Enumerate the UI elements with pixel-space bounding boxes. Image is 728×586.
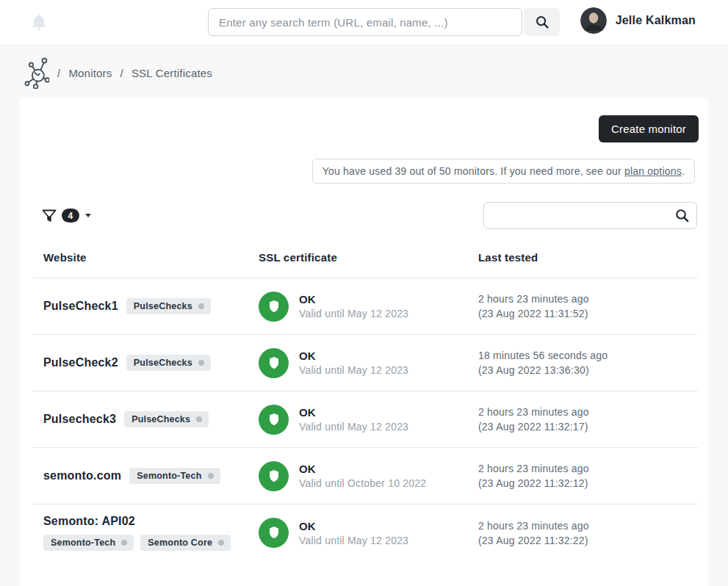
- global-search-button[interactable]: [524, 8, 560, 36]
- search-icon[interactable]: [674, 208, 690, 226]
- ssl-valid-until: Valid until May 12 2023: [299, 421, 408, 433]
- breadcrumb-separator: /: [57, 67, 60, 79]
- tag-label: Semonto Core: [148, 538, 212, 548]
- column-header-last-tested: Last tested: [478, 251, 698, 264]
- table-row[interactable]: semonto.com Semonto-Tech OK Valid until …: [32, 448, 698, 504]
- ssl-status: OK: [299, 350, 408, 362]
- tag-pill[interactable]: PulseChecks: [124, 411, 209, 427]
- search-icon: [535, 15, 549, 29]
- user-menu[interactable]: Jelle Kalkman: [580, 7, 696, 34]
- tag-status-dot: [121, 540, 127, 546]
- shield-icon: [259, 405, 289, 435]
- website-name[interactable]: PulseCheck2: [43, 356, 118, 369]
- create-monitor-button[interactable]: Create monitor: [599, 115, 699, 142]
- ssl-status: OK: [299, 463, 426, 475]
- monitors-card: Create monitor You have used 39 out of 5…: [20, 98, 707, 586]
- tag-label: Semonto-Tech: [51, 538, 115, 548]
- tag-status-dot: [196, 416, 202, 422]
- last-tested-cell: 2 hours 23 minutes ago (23 Aug 2022 11:3…: [478, 292, 698, 321]
- ssl-valid-until: Valid until October 10 2022: [299, 477, 426, 489]
- tag-pill[interactable]: Semonto-Tech: [129, 468, 220, 484]
- tag-status-dot: [198, 360, 204, 366]
- filter-button[interactable]: 4: [42, 209, 91, 223]
- usage-notice-row: You have used 39 out of 50 monitors. If …: [20, 142, 707, 184]
- ssl-status: OK: [299, 293, 408, 305]
- tag-status-dot: [198, 303, 204, 309]
- tag-pill[interactable]: Semonto-Tech: [43, 535, 134, 551]
- ssl-certificate-cell: OK Valid until May 12 2023: [259, 292, 478, 322]
- last-tested-relative: 2 hours 23 minutes ago: [478, 463, 589, 474]
- last-tested-timestamp: (23 Aug 2022 11:32:12): [478, 477, 588, 489]
- tag-list: Semonto-TechSemonto Core: [43, 535, 231, 551]
- last-tested-timestamp: (23 Aug 2022 13:36:30): [478, 364, 589, 376]
- tag-list: PulseChecks: [126, 355, 211, 371]
- last-tested-relative: 2 hours 23 minutes ago: [478, 520, 589, 532]
- notifications-bell-icon[interactable]: [31, 13, 47, 31]
- usage-notice-period: .: [682, 165, 685, 177]
- tag-status-dot: [218, 540, 224, 546]
- tag-label: PulseChecks: [134, 301, 192, 311]
- website-cell: Semonto: API02 Semonto-TechSemonto Core: [43, 515, 250, 551]
- table-search: [483, 202, 697, 229]
- plan-options-link[interactable]: plan options: [624, 165, 682, 177]
- column-header-ssl-certificate: SSL certificate: [259, 251, 478, 264]
- last-tested-cell: 18 minutes 56 seconds ago (23 Aug 2022 1…: [478, 348, 698, 377]
- table-row[interactable]: PulseCheck1 PulseChecks OK Valid until M…: [32, 278, 698, 335]
- tag-label: PulseChecks: [134, 358, 192, 368]
- table-search-input[interactable]: [483, 202, 697, 229]
- tag-pill[interactable]: PulseChecks: [126, 355, 211, 371]
- tag-list: PulseChecks: [124, 411, 209, 427]
- filter-count-badge: 4: [62, 209, 79, 223]
- ssl-status: OK: [299, 520, 408, 532]
- tag-pill[interactable]: PulseChecks: [126, 298, 211, 314]
- breadcrumb-separator: /: [120, 67, 123, 79]
- ssl-certificates-page: Jelle Kalkman: [0, 0, 728, 586]
- ssl-certificate-cell: OK Valid until May 12 2023: [259, 405, 478, 435]
- chevron-down-icon: [85, 214, 91, 217]
- usage-notice: You have used 39 out of 50 monitors. If …: [312, 159, 695, 184]
- ssl-valid-until: Valid until May 12 2023: [299, 308, 408, 319]
- last-tested-relative: 2 hours 23 minutes ago: [478, 406, 589, 418]
- table-body: PulseCheck1 PulseChecks OK Valid until M…: [32, 278, 698, 561]
- tag-list: PulseChecks: [126, 298, 211, 314]
- global-search: [208, 8, 560, 36]
- funnel-icon: [42, 209, 57, 223]
- website-name[interactable]: semonto.com: [43, 469, 121, 482]
- website-name[interactable]: Pulsecheck3: [43, 413, 116, 426]
- card-actions: Create monitor: [20, 98, 707, 142]
- user-name: Jelle Kalkman: [616, 14, 696, 27]
- breadcrumb-link-monitors[interactable]: Monitors: [68, 67, 112, 79]
- website-name[interactable]: PulseCheck1: [43, 300, 118, 313]
- top-bar: Jelle Kalkman: [0, 0, 728, 44]
- table-row[interactable]: PulseCheck2 PulseChecks OK Valid until M…: [32, 335, 698, 391]
- breadcrumb-link-ssl-certificates[interactable]: SSL Certificates: [131, 67, 212, 79]
- last-tested-cell: 2 hours 23 minutes ago (23 Aug 2022 11:3…: [478, 405, 698, 434]
- filter-row: 4: [20, 184, 707, 229]
- tag-list: Semonto-Tech: [129, 468, 220, 484]
- last-tested-cell: 2 hours 23 minutes ago (23 Aug 2022 11:3…: [478, 518, 698, 548]
- ssl-status: OK: [299, 406, 408, 419]
- tag-status-dot: [208, 473, 214, 479]
- ssl-certificate-cell: OK Valid until May 12 2023: [259, 518, 478, 548]
- website-cell: Pulsecheck3 PulseChecks: [43, 411, 250, 427]
- shield-icon: [259, 348, 289, 378]
- shield-icon: [259, 461, 289, 491]
- website-name[interactable]: Semonto: API02: [43, 515, 135, 528]
- last-tested-timestamp: (23 Aug 2022 11:31:52): [478, 308, 588, 319]
- ssl-certificate-cell: OK Valid until May 12 2023: [259, 348, 478, 378]
- shield-icon: [259, 292, 289, 322]
- last-tested-cell: 2 hours 23 minutes ago (23 Aug 2022 11:3…: [478, 461, 698, 491]
- tag-pill[interactable]: Semonto Core: [140, 535, 231, 551]
- tag-label: PulseChecks: [131, 414, 190, 424]
- table-row[interactable]: Pulsecheck3 PulseChecks OK Valid until M…: [32, 391, 698, 448]
- semonto-network-logo[interactable]: [24, 57, 49, 89]
- last-tested-timestamp: (23 Aug 2022 11:32:17): [478, 421, 588, 433]
- global-search-input[interactable]: [208, 8, 522, 36]
- ssl-monitors-table: Website SSL certificate Last tested Puls…: [32, 251, 698, 561]
- website-cell: PulseCheck2 PulseChecks: [43, 355, 250, 371]
- last-tested-timestamp: (23 Aug 2022 11:32:22): [478, 535, 588, 546]
- column-header-website: Website: [32, 251, 259, 264]
- table-row[interactable]: Semonto: API02 Semonto-TechSemonto Core …: [32, 504, 698, 561]
- ssl-valid-until: Valid until May 12 2023: [299, 364, 408, 376]
- usage-notice-text: You have used 39 out of 50 monitors. If …: [322, 165, 624, 177]
